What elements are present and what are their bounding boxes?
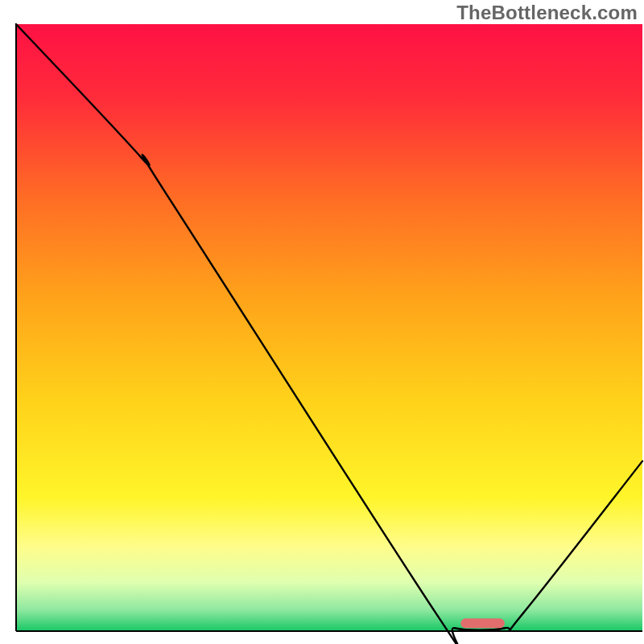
- optimal-marker: [460, 618, 504, 628]
- bottleneck-chart: [0, 0, 644, 644]
- chart-container: { "watermark": "TheBottleneck.com", "cha…: [0, 0, 644, 644]
- chart-background: [16, 24, 642, 631]
